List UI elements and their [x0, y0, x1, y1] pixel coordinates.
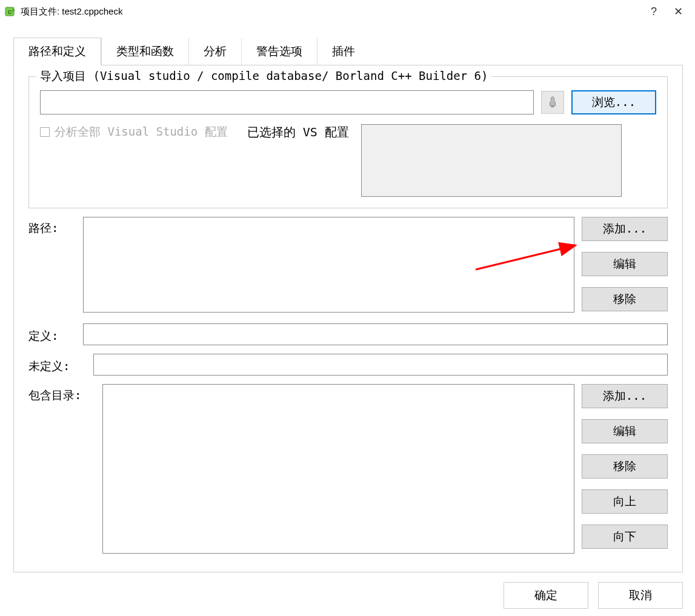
paths-add-button[interactable]: 添加...	[582, 217, 668, 241]
paths-label: 路径:	[28, 217, 76, 236]
import-project-path-input[interactable]	[40, 90, 534, 114]
defines-input[interactable]	[83, 323, 668, 345]
window-title: 项目文件: test2.cppcheck	[21, 6, 642, 18]
browse-button[interactable]: 浏览...	[571, 90, 656, 114]
includes-add-button[interactable]: 添加...	[582, 384, 668, 408]
titlebar: C 项目文件: test2.cppcheck ? ✕	[0, 0, 695, 23]
tab-plugins[interactable]: 插件	[317, 38, 370, 65]
help-icon[interactable]: ?	[642, 5, 666, 18]
include-dirs-list[interactable]	[102, 384, 574, 554]
undefines-label: 未定义:	[28, 355, 86, 374]
build-icon[interactable]	[541, 91, 564, 114]
selected-vs-config-label: 已选择的 VS 配置	[247, 124, 349, 141]
tab-pane-paths-defines: 导入项目 (Visual studio / compile database/ …	[13, 65, 683, 572]
tabs: 路径和定义 类型和函数 分析 警告选项 插件	[13, 38, 695, 65]
analyze-all-vs-checkbox	[40, 127, 50, 137]
cancel-button[interactable]: 取消	[598, 582, 683, 609]
tab-paths-defines[interactable]: 路径和定义	[13, 38, 101, 65]
include-dirs-label: 包含目录:	[28, 384, 95, 403]
tab-warning-options[interactable]: 警告选项	[241, 38, 317, 65]
svg-text:C: C	[8, 9, 12, 15]
defines-label: 定义:	[28, 325, 76, 344]
analyze-all-vs-label: 分析全部 Visual Studio 配置	[55, 124, 228, 140]
includes-up-button[interactable]: 向上	[582, 489, 668, 514]
close-icon[interactable]: ✕	[666, 5, 690, 18]
includes-down-button[interactable]: 向下	[582, 525, 668, 549]
ok-button[interactable]: 确定	[504, 582, 588, 609]
import-project-group: 导入项目 (Visual studio / compile database/ …	[28, 76, 668, 208]
paths-remove-button[interactable]: 移除	[582, 287, 668, 311]
undefines-input[interactable]	[93, 354, 668, 376]
vs-config-list[interactable]	[361, 124, 622, 197]
paths-list[interactable]	[83, 217, 574, 313]
svg-rect-2	[551, 106, 554, 108]
tab-types-functions[interactable]: 类型和函数	[101, 38, 188, 65]
includes-remove-button[interactable]: 移除	[582, 454, 668, 479]
tab-analysis[interactable]: 分析	[188, 38, 241, 65]
paths-edit-button[interactable]: 编辑	[582, 252, 668, 276]
app-icon: C	[5, 5, 17, 18]
import-project-title: 导入项目 (Visual studio / compile database/ …	[36, 68, 491, 84]
includes-edit-button[interactable]: 编辑	[582, 419, 668, 443]
dialog-footer: 确定 取消	[504, 582, 683, 609]
